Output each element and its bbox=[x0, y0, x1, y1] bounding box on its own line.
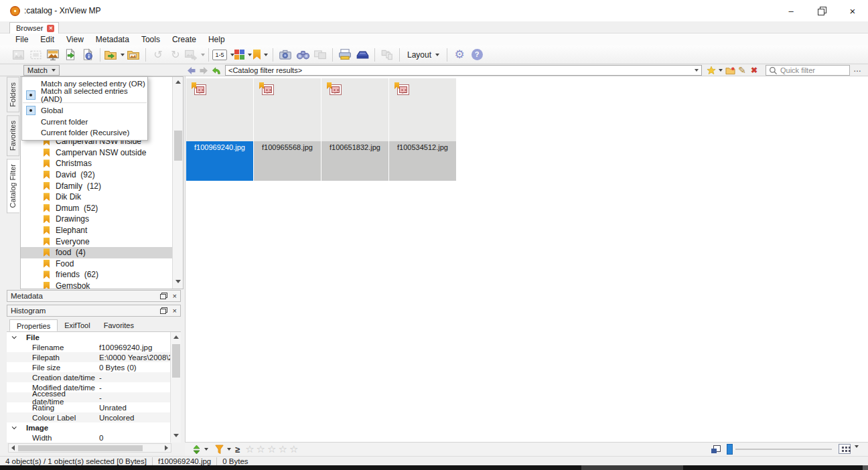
catalog-item[interactable]: Elephant bbox=[21, 225, 172, 236]
thumbnail[interactable]: f100651832.jpg bbox=[321, 78, 388, 181]
properties-scrollbar[interactable] bbox=[170, 332, 181, 443]
zoom-slider-thumb[interactable] bbox=[727, 444, 733, 455]
favorites-star-button[interactable] bbox=[706, 65, 717, 76]
close-button[interactable]: × bbox=[837, 0, 868, 21]
rating-button[interactable]: 1-5 bbox=[212, 47, 234, 63]
file-info-button[interactable] bbox=[79, 47, 96, 63]
catalog-item[interactable]: Drawings bbox=[21, 214, 172, 225]
color-label-button[interactable] bbox=[234, 47, 252, 63]
thumbnail[interactable]: f100534512.jpg bbox=[389, 78, 456, 181]
scrollbar-thumb[interactable] bbox=[18, 445, 143, 451]
scroll-down-icon[interactable] bbox=[173, 434, 179, 437]
scroll-left-icon[interactable] bbox=[11, 445, 15, 451]
view-mode-button[interactable] bbox=[839, 444, 851, 454]
float-panel-icon[interactable] bbox=[160, 307, 167, 314]
close-panel-icon[interactable]: × bbox=[173, 307, 177, 314]
scroll-right-icon[interactable] bbox=[165, 445, 168, 451]
compare-button[interactable] bbox=[311, 47, 329, 63]
catalog-scrollbar[interactable] bbox=[172, 77, 183, 289]
menu-file[interactable]: File bbox=[9, 33, 34, 46]
forward-button[interactable] bbox=[198, 65, 210, 76]
dropdown-arrow-icon[interactable] bbox=[204, 448, 208, 451]
menu-item-current-folder[interactable]: Current folder bbox=[22, 116, 147, 128]
view-button[interactable] bbox=[9, 47, 27, 63]
catalog-item-selected[interactable]: food (4) bbox=[21, 247, 172, 258]
search-button[interactable] bbox=[294, 47, 311, 63]
dropdown-arrow-icon[interactable] bbox=[227, 448, 231, 451]
help-button[interactable]: ? bbox=[468, 47, 486, 63]
more-button[interactable]: … bbox=[851, 65, 863, 76]
browse-folder-button[interactable] bbox=[125, 47, 142, 63]
menu-metadata[interactable]: Metadata bbox=[90, 33, 135, 46]
minimize-button[interactable]: – bbox=[776, 0, 806, 21]
tab-browser[interactable]: Browser × bbox=[9, 22, 59, 33]
tab-exiftool[interactable]: ExifTool bbox=[58, 319, 97, 331]
property-row[interactable]: Filenamef100969240.jpg bbox=[7, 342, 181, 352]
thumbnail[interactable]: f100965568.jpg bbox=[254, 78, 321, 181]
print-button[interactable] bbox=[336, 47, 354, 63]
catalog-item[interactable]: Dmum (52) bbox=[21, 203, 172, 214]
tab-properties[interactable]: Properties bbox=[9, 319, 58, 331]
rotate-left-button[interactable]: ↺ bbox=[149, 47, 167, 63]
scrollbar-thumb[interactable] bbox=[174, 131, 182, 161]
scrollbar-thumb[interactable] bbox=[172, 344, 180, 378]
property-row[interactable]: Accessed date/time- bbox=[7, 392, 181, 402]
side-tab-catalog-filter[interactable]: Catalog Filter bbox=[7, 159, 19, 213]
scroll-down-icon[interactable] bbox=[175, 280, 181, 283]
menu-item-match-all[interactable]: Match all selected entries (AND) bbox=[22, 90, 147, 101]
menu-tools[interactable]: Tools bbox=[135, 33, 166, 46]
settings-button[interactable]: ⚙ bbox=[451, 47, 468, 63]
catalog-item[interactable]: Christmas bbox=[21, 158, 172, 169]
catalog-item[interactable]: Everyone bbox=[21, 236, 172, 247]
scroll-up-icon[interactable] bbox=[175, 80, 181, 84]
rotate-right-button[interactable]: ↻ bbox=[167, 47, 184, 63]
match-button[interactable]: Match bbox=[23, 65, 60, 76]
property-row[interactable]: FilepathE:\0000 Years\2008\2008 bbox=[7, 352, 181, 362]
layout-button[interactable]: Layout bbox=[403, 47, 443, 63]
tab-favorites[interactable]: Favorites bbox=[97, 319, 141, 331]
address-bar[interactable]: <Catalog filter results> bbox=[225, 65, 702, 76]
catalog-item[interactable]: Gemsbok bbox=[21, 281, 172, 289]
delete-filter-button[interactable]: ✖ bbox=[749, 65, 760, 76]
property-group[interactable]: File bbox=[7, 332, 181, 342]
quick-filter-input[interactable]: Quick filter bbox=[766, 65, 850, 76]
filter-button[interactable] bbox=[212, 441, 226, 457]
import-folder-button[interactable] bbox=[104, 47, 125, 63]
add-folder-button[interactable] bbox=[725, 65, 736, 76]
menu-item-current-folder-recursive[interactable]: Current folder (Recursive) bbox=[22, 127, 147, 139]
rating-compare-icon[interactable]: ≥ bbox=[235, 445, 240, 455]
export-file-button[interactable] bbox=[62, 47, 79, 63]
catalog-item[interactable]: Campervan NSW outside bbox=[21, 147, 172, 159]
property-row[interactable]: Creation date/time- bbox=[7, 372, 181, 382]
menu-create[interactable]: Create bbox=[166, 33, 202, 46]
close-panel-icon[interactable]: × bbox=[173, 293, 177, 299]
dropdown-arrow-icon[interactable] bbox=[264, 54, 268, 56]
edit-button[interactable]: ✎ bbox=[737, 65, 747, 76]
favorites-dropdown[interactable] bbox=[717, 65, 723, 76]
property-row[interactable]: Colour LabelUncolored bbox=[7, 412, 181, 422]
thumbnail-selected[interactable]: f100969240.jpg bbox=[186, 78, 253, 181]
zoom-slider-track[interactable] bbox=[735, 449, 832, 450]
sort-button[interactable] bbox=[190, 441, 203, 457]
restore-button[interactable] bbox=[806, 0, 837, 21]
scan-button[interactable] bbox=[354, 47, 371, 63]
menu-edit[interactable]: Edit bbox=[34, 33, 60, 46]
properties-hscrollbar[interactable] bbox=[8, 443, 171, 453]
parent-folder-button[interactable] bbox=[211, 65, 222, 76]
catalog-item[interactable]: Food bbox=[21, 258, 172, 270]
catalog-item[interactable]: Dfamily (12) bbox=[21, 180, 172, 191]
address-dropdown-icon[interactable] bbox=[695, 69, 699, 72]
convert-button[interactable] bbox=[184, 47, 205, 63]
menu-help[interactable]: Help bbox=[202, 33, 231, 46]
dropdown-arrow-icon[interactable] bbox=[201, 54, 205, 56]
catalog-item[interactable]: Dik Dik bbox=[21, 191, 172, 203]
side-tab-folders[interactable]: Folders bbox=[7, 77, 19, 112]
tab-close-icon[interactable]: × bbox=[47, 25, 54, 32]
rating-stars[interactable]: ☆☆☆☆☆ bbox=[245, 443, 300, 455]
capture-button[interactable] bbox=[277, 47, 294, 63]
menu-item-global[interactable]: Global bbox=[22, 105, 147, 116]
back-button[interactable] bbox=[186, 65, 197, 76]
slideshow-button[interactable] bbox=[44, 47, 62, 63]
property-row[interactable]: Width0 bbox=[7, 433, 181, 443]
tag-button[interactable] bbox=[252, 47, 269, 63]
